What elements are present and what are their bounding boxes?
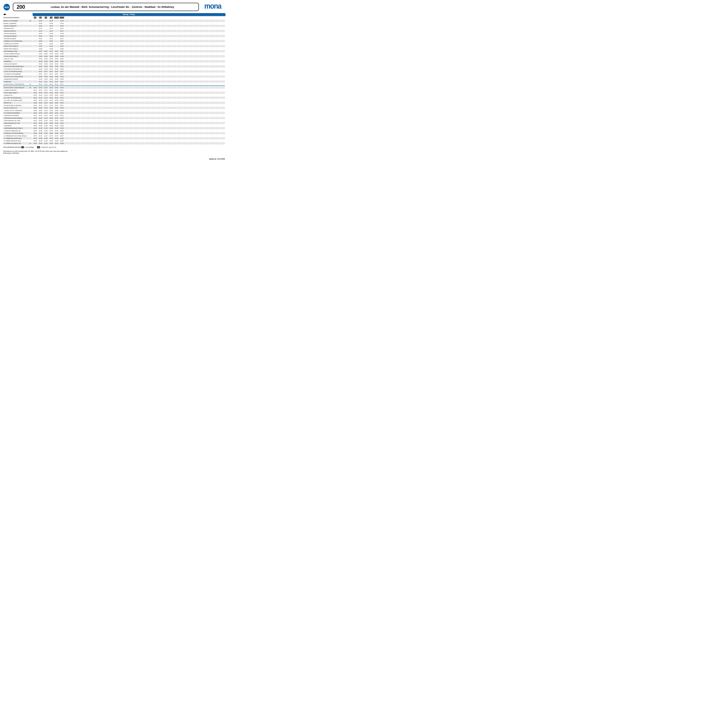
empty-cell: [113, 78, 118, 80]
empty-cell: [156, 30, 161, 32]
empty-cell: [65, 127, 70, 129]
empty-cell: [113, 130, 118, 132]
time-cell: 22.06: [49, 65, 54, 67]
empty-cell: [177, 124, 182, 127]
empty-cell: [102, 92, 107, 94]
empty-cell: [145, 30, 150, 32]
empty-cell: [150, 109, 155, 112]
empty-cell: [86, 122, 91, 124]
empty-cell: [97, 137, 102, 139]
time-cell: 23.45: [60, 20, 64, 22]
empty-cell: [161, 89, 166, 91]
table-row: - Kaufbeurer Str./Liebherr19.5221.5223.5…: [3, 43, 225, 45]
empty-cell: [150, 75, 155, 78]
empty-cell: [113, 124, 118, 127]
empty-cell: [172, 27, 177, 29]
empty-cell: [182, 37, 188, 40]
empty-cell: [156, 112, 161, 114]
time-cell: 19.47: [38, 27, 43, 29]
empty-cell: [193, 114, 198, 117]
time-cell: 22.35: [49, 127, 54, 129]
empty-cell: [65, 20, 70, 22]
empty-cell: [209, 99, 214, 101]
empty-cell: [220, 32, 225, 35]
empty-cell: [209, 40, 214, 42]
time-cell: 20.11: [38, 80, 43, 83]
empty-cell: [161, 75, 166, 78]
empty-cell: [107, 92, 113, 94]
footer-info: Informationen im mona Kundencenter Tel. …: [3, 150, 67, 154]
empty-cell: [92, 117, 96, 119]
empty-cell: [182, 73, 188, 75]
empty-cell: [75, 114, 81, 117]
empty-cell: [124, 63, 129, 65]
empty-cell: [102, 135, 107, 137]
empty-cell: [214, 27, 220, 29]
time-cell: 19.57: [38, 50, 43, 52]
empty-cell: [70, 20, 75, 22]
table-row: - Haslacher Str.19.2320.2321.2322.2323.2…: [3, 94, 225, 96]
empty-cell: [182, 130, 188, 132]
time-cell: 22.21: [49, 89, 54, 91]
empty-cell: [75, 73, 81, 75]
empty-cell: [204, 130, 209, 132]
empty-cell: [167, 78, 171, 80]
empty-cell: [182, 142, 188, 144]
empty-cell: [177, 45, 182, 47]
empty-cell: [107, 122, 113, 124]
empty-cell: [214, 68, 220, 70]
empty-cell: [124, 43, 129, 45]
empty-cell: [204, 65, 209, 67]
empty-cell: [220, 112, 225, 114]
empty-cell: [150, 25, 155, 27]
empty-cell: [199, 114, 203, 117]
empty-cell: [107, 35, 113, 37]
empty-cell: [199, 130, 203, 132]
empty-cell: [204, 37, 209, 40]
stop-name: - Lenzfr. Str./Hochbrunnenweg: [3, 70, 22, 72]
empty-cell: [161, 32, 166, 35]
stop-name-cell: - CamboMare: [3, 124, 32, 127]
empty-cell: [124, 25, 129, 27]
empty-cell: [118, 35, 123, 37]
empty-cell: [161, 47, 166, 50]
empty-cell: [65, 35, 70, 37]
stop-name: - Kaufbeurer Str./Liebherr: [3, 43, 19, 44]
table-row: - Im Stiftallm./Buchenb. Weg19.3920.3921…: [3, 140, 225, 142]
time-cell: 21.11: [43, 83, 48, 85]
empty-cell: [107, 99, 113, 101]
empty-cell: [220, 142, 225, 144]
empty-cell: [199, 132, 203, 135]
empty-cell: [33, 27, 38, 29]
time-cell: 00.39: [60, 142, 64, 144]
empty-cell: [81, 137, 86, 139]
empty-cell: [172, 60, 177, 63]
empty-cell: [193, 99, 198, 101]
empty-cell: [214, 142, 220, 144]
stop-name-cell: - Kaufbeurer Str./Holzbachweg: [3, 40, 32, 42]
empty-cell: [145, 142, 150, 144]
stop-name: - Forum Allgäu (Steig 7): [3, 92, 18, 93]
direction-left-arrow-icon: [3, 14, 6, 15]
empty-cell: [182, 127, 188, 129]
empty-cell: [75, 65, 81, 67]
table-row: - Im Stiftalmey/P.-Neri-Schule (Steig 1)…: [3, 135, 225, 137]
empty-cell: [150, 107, 155, 109]
empty-cell: [92, 52, 96, 55]
empty-cell: [86, 50, 91, 52]
empty-cell: [134, 20, 139, 22]
empty-cell: [86, 78, 91, 80]
time-cell: 19.46: [38, 22, 43, 24]
empty-cell: [167, 104, 171, 107]
flag-cell: FrHS: [60, 17, 64, 18]
empty-cell: [214, 83, 220, 85]
empty-cell: [86, 75, 91, 78]
time-cell: 21.46: [49, 25, 54, 27]
empty-cell: [161, 43, 166, 45]
empty-cell: [220, 92, 225, 94]
empty-cell: [97, 92, 102, 94]
empty-cell: [97, 114, 102, 117]
empty-cell: [86, 102, 91, 104]
empty-cell: [204, 63, 209, 65]
empty-cell: [167, 124, 171, 127]
